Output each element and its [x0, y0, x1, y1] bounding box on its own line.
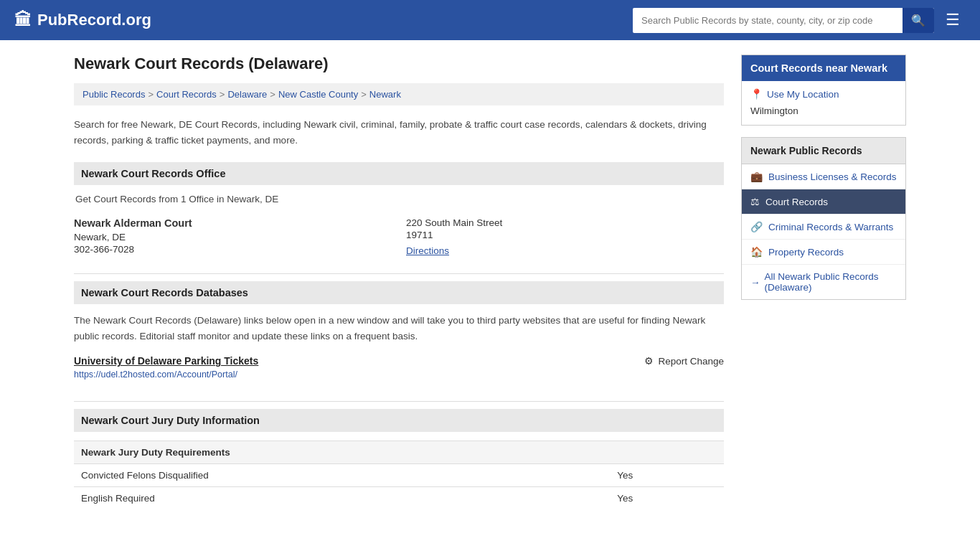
- header: 🏛 PubRecord.org 🔍 ☰: [0, 0, 980, 40]
- breadcrumb-new-castle[interactable]: New Castle County: [278, 89, 358, 100]
- jury-label-2: English Required: [74, 487, 610, 510]
- menu-item-criminal[interactable]: 🔗 Criminal Records & Warrants: [742, 215, 905, 240]
- jury-table: Newark Jury Duty Requirements Convicted …: [74, 441, 724, 509]
- public-records-list: 💼 Business Licenses & Records ⚖ Court Re…: [742, 164, 905, 265]
- menu-link-business[interactable]: 💼 Business Licenses & Records: [742, 164, 905, 189]
- office-section: Newark Court Records Office Get Court Re…: [74, 162, 724, 259]
- breadcrumb-court-records[interactable]: Court Records: [156, 89, 217, 100]
- location-pin-icon: 📍: [750, 88, 763, 100]
- office-zip: 19711: [406, 230, 724, 240]
- breadcrumb: Public Records > Court Records > Delawar…: [74, 83, 724, 105]
- property-icon: 🏠: [750, 246, 763, 258]
- search-icon: 🔍: [911, 14, 925, 27]
- search-bar: 🔍: [633, 8, 934, 33]
- nearby-title: Court Records near Newark: [742, 55, 905, 81]
- databases-section-header: Newark Court Records Databases: [74, 281, 724, 304]
- jury-row-2: English Required Yes: [74, 487, 724, 510]
- logo-icon: 🏛: [14, 10, 32, 30]
- search-input[interactable]: [633, 9, 903, 32]
- db-entry: University of Delaware Parking Tickets h…: [74, 355, 724, 387]
- office-phone: 302-366-7028: [74, 244, 392, 255]
- office-listing: Newark Alderman Court Newark, DE 302-366…: [74, 215, 724, 259]
- office-name: Newark Alderman Court: [74, 217, 392, 229]
- header-right: 🔍 ☰: [633, 8, 966, 33]
- sidebar: Court Records near Newark 📍 Use My Locat…: [741, 55, 906, 524]
- menu-item-property[interactable]: 🏠 Property Records: [742, 240, 905, 265]
- menu-label-property: Property Records: [768, 247, 844, 258]
- use-location-label: Use My Location: [767, 89, 839, 100]
- menu-link-property[interactable]: 🏠 Property Records: [742, 240, 905, 264]
- breadcrumb-newark[interactable]: Newark: [369, 89, 401, 100]
- office-left: Newark Alderman Court Newark, DE 302-366…: [74, 217, 392, 256]
- logo-text: PubRecord.org: [37, 11, 151, 29]
- court-icon: ⚖: [750, 196, 760, 207]
- logo[interactable]: 🏛 PubRecord.org: [14, 10, 151, 30]
- office-sub-text: Get Court Records from 1 Office in Newar…: [74, 194, 724, 204]
- menu-item-court[interactable]: ⚖ Court Records: [742, 189, 905, 215]
- nearby-city-wilmington[interactable]: Wilmington: [750, 104, 897, 118]
- db-entry-title[interactable]: University of Delaware Parking Tickets: [74, 355, 258, 367]
- hamburger-icon: ☰: [946, 11, 960, 29]
- office-right: 220 South Main Street 19711 Directions: [406, 217, 724, 256]
- office-street: 220 South Main Street: [406, 217, 724, 228]
- page-description: Search for free Newark, DE Court Records…: [74, 117, 724, 148]
- report-change-icon: ⚙: [644, 355, 654, 367]
- divider-2: [74, 401, 724, 402]
- db-entry-left: University of Delaware Parking Tickets h…: [74, 355, 258, 380]
- all-records-link[interactable]: → All Newark Public Records (Delaware): [750, 271, 897, 293]
- menu-link-criminal[interactable]: 🔗 Criminal Records & Warrants: [742, 215, 905, 239]
- databases-section: Newark Court Records Databases The Newar…: [74, 281, 724, 387]
- menu-label-business: Business Licenses & Records: [768, 171, 897, 182]
- directions-link[interactable]: Directions: [406, 245, 449, 256]
- page-title: Newark Court Records (Delaware): [74, 55, 724, 73]
- main-container: Newark Court Records (Delaware) Public R…: [60, 40, 920, 538]
- office-city-state: Newark, DE: [74, 232, 392, 242]
- all-records-arrow-icon: →: [750, 277, 760, 288]
- jury-section: Newark Court Jury Duty Information Newar…: [74, 409, 724, 509]
- menu-item-business[interactable]: 💼 Business Licenses & Records: [742, 164, 905, 189]
- divider-1: [74, 273, 724, 274]
- breadcrumb-public-records[interactable]: Public Records: [83, 89, 145, 100]
- db-description: The Newark Court Records (Delaware) link…: [74, 313, 724, 344]
- nearby-box: Court Records near Newark 📍 Use My Locat…: [741, 55, 906, 126]
- use-location-button[interactable]: 📍 Use My Location: [750, 88, 897, 100]
- report-change-label: Report Change: [658, 356, 724, 367]
- content-area: Newark Court Records (Delaware) Public R…: [74, 55, 724, 524]
- breadcrumb-sep-1: >: [148, 89, 154, 100]
- jury-value-1: Yes: [610, 464, 724, 487]
- search-button[interactable]: 🔍: [903, 8, 934, 33]
- public-records-box: Newark Public Records 💼 Business License…: [741, 137, 906, 300]
- public-records-title: Newark Public Records: [742, 138, 905, 164]
- office-section-header: Newark Court Records Office: [74, 162, 724, 185]
- db-entry-url[interactable]: https://udel.t2hosted.com/Account/Portal…: [74, 369, 258, 380]
- breadcrumb-sep-3: >: [270, 89, 275, 100]
- nearby-content: 📍 Use My Location Wilmington: [742, 81, 905, 125]
- breadcrumb-sep-4: >: [361, 89, 367, 100]
- menu-button[interactable]: ☰: [940, 9, 966, 31]
- jury-section-header: Newark Court Jury Duty Information: [74, 409, 724, 432]
- business-icon: 💼: [750, 171, 763, 182]
- jury-row-1: Convicted Felons Disqualified Yes: [74, 464, 724, 487]
- breadcrumb-delaware[interactable]: Delaware: [227, 89, 267, 100]
- jury-value-2: Yes: [610, 487, 724, 510]
- criminal-icon: 🔗: [750, 221, 763, 232]
- jury-label-1: Convicted Felons Disqualified: [74, 464, 610, 487]
- breadcrumb-sep-2: >: [220, 89, 225, 100]
- menu-label-court: Court Records: [765, 197, 828, 207]
- jury-sub-header: Newark Jury Duty Requirements: [74, 441, 724, 464]
- menu-link-court[interactable]: ⚖ Court Records: [742, 189, 905, 214]
- menu-label-criminal: Criminal Records & Warrants: [768, 222, 893, 232]
- all-records-label: All Newark Public Records (Delaware): [765, 271, 897, 293]
- report-change-button[interactable]: ⚙ Report Change: [644, 355, 724, 367]
- all-records: → All Newark Public Records (Delaware): [742, 265, 905, 299]
